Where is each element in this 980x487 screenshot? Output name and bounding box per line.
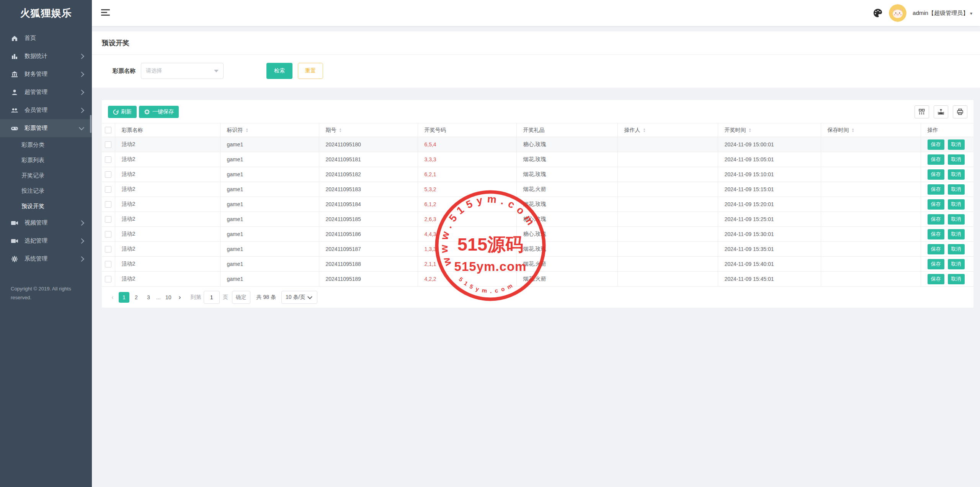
search-button[interactable]: 检索 [266, 63, 292, 79]
prev-page-button[interactable]: ‹ [107, 292, 118, 303]
cell-draw-time: 2024-11-09 15:10:01 [718, 167, 821, 182]
sidebar-item-label: 财务管理 [24, 71, 80, 78]
save-button[interactable]: 保存 [928, 169, 944, 180]
cell-lottery-name: 活动2 [115, 242, 220, 257]
page-button[interactable]: 1 [119, 292, 129, 303]
cancel-button[interactable]: 取消 [948, 154, 965, 165]
save-button[interactable]: 保存 [928, 229, 944, 239]
goto-page-input[interactable] [204, 291, 220, 304]
row-checkbox[interactable] [105, 276, 111, 282]
save-button[interactable]: 保存 [928, 199, 944, 210]
cancel-button[interactable]: 取消 [948, 214, 965, 225]
cell-issue: 202411095189 [319, 272, 418, 287]
sidebar-item-draw-records[interactable]: 开奖记录 [0, 168, 92, 183]
chevron-right-icon [79, 220, 84, 225]
total-count: 共 98 条 [256, 294, 276, 301]
row-checkbox-cell [102, 197, 115, 212]
column-header[interactable]: 开奖时间▲▼ [718, 123, 821, 137]
sidebar-item-system[interactable]: 系统管理 [0, 250, 92, 268]
sidebar-item-stats[interactable]: 数据统计 [0, 47, 92, 65]
cancel-button[interactable]: 取消 [948, 229, 965, 239]
table-row: 活动2game12024110951894,2,2烟花,火箭2024-11-09… [102, 272, 973, 287]
print-button[interactable] [953, 105, 967, 118]
cell-save-time [821, 137, 921, 152]
sidebar-item-label: 会员管理 [24, 107, 80, 114]
print-icon [957, 108, 964, 115]
export-button[interactable] [934, 105, 948, 118]
refresh-button[interactable]: 刷新 [108, 106, 137, 118]
cancel-button[interactable]: 取消 [948, 184, 965, 195]
sidebar-item-preset-draw[interactable]: 预设开奖 [0, 198, 92, 214]
sidebar-item-finance[interactable]: 财务管理 [0, 65, 92, 83]
cancel-button[interactable]: 取消 [948, 199, 965, 210]
cell-save-time [821, 242, 921, 257]
page-button[interactable]: 10 [163, 292, 174, 303]
save-button[interactable]: 保存 [928, 139, 944, 150]
user-menu[interactable]: admin【超级管理员】▾ [913, 10, 972, 17]
page-button[interactable]: 3 [143, 292, 154, 303]
column-header[interactable]: 操作人▲▼ [617, 123, 718, 137]
row-checkbox[interactable] [105, 216, 111, 223]
row-checkbox[interactable] [105, 246, 111, 253]
column-header[interactable]: 标识符▲▼ [220, 123, 319, 137]
next-page-button[interactable]: › [175, 292, 185, 303]
sort-arrows-icon[interactable]: ▲▼ [339, 128, 342, 133]
column-header[interactable]: 保存时间▲▼ [821, 123, 921, 137]
theme-palette-icon[interactable] [873, 8, 883, 18]
caret-down-icon: ▾ [970, 11, 972, 16]
cell-actions: 保存取消 [921, 197, 973, 212]
row-checkbox[interactable] [105, 231, 111, 238]
cell-draw-numbers: 6,1,2 [418, 197, 516, 212]
sidebar-item-concubine[interactable]: 选妃管理 [0, 232, 92, 250]
save-button[interactable]: 保存 [928, 184, 944, 195]
sort-arrows-icon[interactable]: ▲▼ [851, 128, 854, 133]
cancel-button[interactable]: 取消 [948, 259, 965, 269]
row-checkbox[interactable] [105, 171, 111, 178]
columns-button[interactable] [915, 105, 929, 118]
sidebar-item-bet-records[interactable]: 投注记录 [0, 183, 92, 198]
cancel-button[interactable]: 取消 [948, 139, 965, 150]
sidebar-item-lottery-category[interactable]: 彩票分类 [0, 137, 92, 152]
cell-save-time [821, 272, 921, 287]
per-page-select[interactable]: 10 条/页 [281, 291, 317, 304]
row-checkbox[interactable] [105, 141, 111, 148]
sidebar-item-video[interactable]: 视频管理 [0, 214, 92, 232]
cancel-button[interactable]: 取消 [948, 274, 965, 284]
cancel-button[interactable]: 取消 [948, 244, 965, 254]
sort-arrows-icon[interactable]: ▲▼ [643, 128, 646, 133]
column-header[interactable]: 期号▲▼ [319, 123, 418, 137]
select-all-checkbox[interactable] [105, 127, 111, 133]
cancel-button[interactable]: 取消 [948, 169, 965, 180]
cell-operator [617, 242, 718, 257]
sort-arrows-icon[interactable]: ▲▼ [748, 128, 751, 133]
save-button[interactable]: 保存 [928, 259, 944, 269]
sidebar-menu: 首页 数据统计 财务管理 超管管理 会员管理 [0, 29, 92, 268]
sidebar-item-superadmin[interactable]: 超管管理 [0, 83, 92, 101]
avatar[interactable] [889, 4, 906, 22]
sort-arrows-icon[interactable]: ▲▼ [245, 128, 248, 133]
menu-toggle-icon[interactable] [101, 9, 110, 17]
reset-button[interactable]: 重置 [298, 63, 323, 79]
save-all-button[interactable]: 一键保存 [139, 106, 179, 118]
sidebar-item-home[interactable]: 首页 [0, 29, 92, 47]
save-button[interactable]: 保存 [928, 214, 944, 225]
row-checkbox[interactable] [105, 201, 111, 208]
sidebar-item-members[interactable]: 会员管理 [0, 101, 92, 119]
save-button[interactable]: 保存 [928, 274, 944, 284]
page-button[interactable]: 2 [131, 292, 142, 303]
cell-draw-numbers: 6,2,1 [418, 167, 516, 182]
row-checkbox[interactable] [105, 186, 111, 193]
cell-lottery-name: 活动2 [115, 152, 220, 167]
row-checkbox[interactable] [105, 261, 111, 267]
sidebar-scrollbar[interactable] [90, 115, 91, 133]
save-button[interactable]: 保存 [928, 154, 944, 165]
sidebar-item-lottery-list[interactable]: 彩票列表 [0, 152, 92, 168]
row-checkbox[interactable] [105, 156, 111, 163]
save-button[interactable]: 保存 [928, 244, 944, 254]
sidebar-item-lottery[interactable]: 彩票管理 [0, 119, 92, 137]
goto-confirm-button[interactable]: 确定 [232, 291, 250, 304]
table-card: 刷新 一键保存 彩票名称标识符▲▼期号▲▼开奖号码开奖礼品操作人▲▼开奖时间▲▼… [102, 100, 973, 308]
lottery-name-select[interactable]: 请选择 [141, 63, 224, 79]
copyright: Copyright © 2019. All rights reserved. [11, 284, 76, 302]
cell-issue: 202411095183 [319, 182, 418, 197]
